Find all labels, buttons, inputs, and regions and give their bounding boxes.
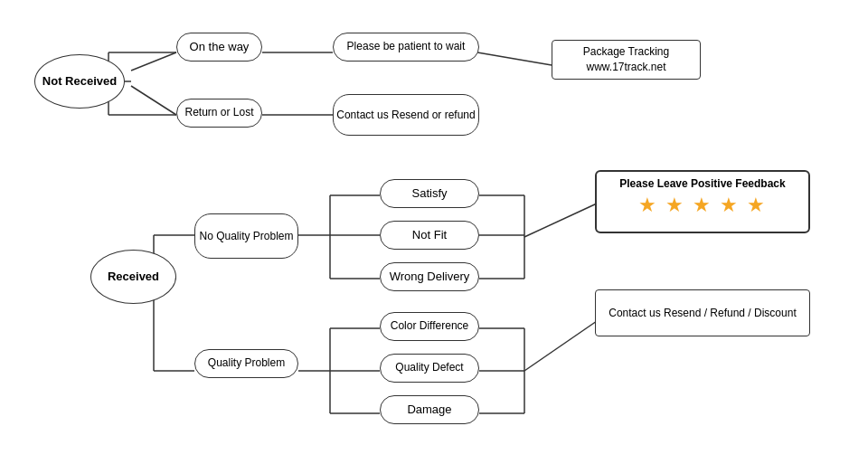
diagram: Not Received On the way Please be patien… [0, 0, 868, 464]
return-or-lost-node: Return or Lost [176, 99, 262, 128]
not-fit-node: Not Fit [380, 221, 479, 250]
positive-feedback-box: Please Leave Positive Feedback ★ ★ ★ ★ ★ [595, 170, 810, 233]
satisfy-node: Satisfy [380, 179, 479, 208]
svg-line-7 [477, 52, 552, 65]
quality-defect-node: Quality Defect [380, 354, 479, 383]
no-quality-problem-node: No Quality Problem [194, 213, 298, 259]
svg-line-0 [131, 52, 176, 71]
svg-line-27 [524, 204, 597, 237]
contact-resend-refund-node: Contact us Resend or refund [333, 94, 479, 136]
on-the-way-node: On the way [176, 33, 262, 62]
package-tracking-node: Package Tracking www.17track.net [552, 40, 701, 80]
svg-line-32 [524, 321, 597, 371]
svg-line-1 [131, 86, 176, 115]
positive-feedback-title: Please Leave Positive Feedback [606, 177, 799, 190]
patient-node: Please be patient to wait [333, 33, 479, 62]
quality-problem-node: Quality Problem [194, 349, 298, 378]
damage-node: Damage [380, 395, 479, 424]
wrong-delivery-node: Wrong Delivery [380, 262, 479, 291]
color-difference-node: Color Difference [380, 312, 479, 341]
received-node: Received [90, 250, 176, 304]
contact-resend-refund-discount-node: Contact us Resend / Refund / Discount [595, 289, 810, 336]
not-received-node: Not Received [34, 54, 125, 109]
stars-display: ★ ★ ★ ★ ★ [606, 194, 799, 217]
